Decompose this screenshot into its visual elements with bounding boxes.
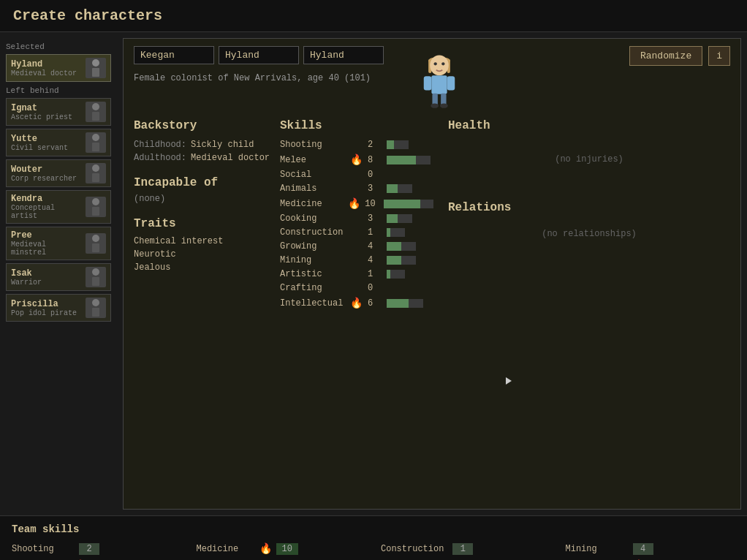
skill-name: Medicine [280, 199, 344, 209]
backstory-column: Backstory Childhood: Sickly child Adulth… [134, 119, 280, 502]
svg-point-6 [92, 164, 99, 172]
skill-row: Medicine 🔥 10 [280, 197, 433, 210]
passion-icon: 🔥 [350, 154, 363, 166]
skill-row: Growing 4 [280, 241, 433, 251]
svg-point-20 [434, 62, 437, 65]
team-skills-grid: Shooting 2 Medicine 🔥 10 Construction 1 … [12, 542, 735, 560]
skill-bar-bg [387, 242, 416, 251]
svg-rect-15 [92, 308, 99, 317]
char-role: Corp researcher [11, 175, 83, 183]
skill-value: 1 [368, 227, 382, 238]
char-description: Female colonist of New Arrivals, age 40 … [134, 73, 395, 83]
avatar [86, 102, 106, 122]
skill-value: 10 [365, 199, 379, 209]
skills-title: Skills [280, 119, 433, 132]
skill-bar-bg [387, 299, 423, 308]
left-behind-pree[interactable]: Pree Medieval minstrel [6, 227, 111, 260]
last-name-input[interactable] [219, 46, 299, 64]
skill-name: Social [280, 170, 346, 180]
svg-rect-11 [92, 243, 99, 252]
skill-bar-fill [387, 242, 401, 251]
skill-row: Cooking 3 [280, 213, 433, 224]
skill-bar-fill [387, 156, 416, 164]
skill-name: Artistic [280, 269, 346, 279]
trait-jealous: Jealous [134, 262, 273, 273]
svg-rect-22 [431, 75, 447, 94]
adulthood-value: Medieval doctor [191, 153, 270, 163]
nick-name-input[interactable] [303, 46, 384, 64]
skill-value: 2 [368, 140, 382, 150]
svg-rect-5 [92, 143, 99, 151]
skill-name: Melee [280, 155, 346, 165]
randomize-area: Randomize i [629, 46, 730, 66]
sidebar: Selected Hyland Medieval doctor Left beh… [0, 32, 117, 515]
skill-row: Artistic 1 [280, 269, 433, 279]
svg-rect-13 [92, 277, 99, 286]
first-name-input[interactable] [134, 46, 214, 64]
left-behind-yutte[interactable]: Yutte Civil servant [6, 129, 111, 156]
skill-row: Construction 1 [280, 227, 433, 238]
avatar [86, 233, 106, 254]
team-skill-item: Construction 1 [381, 542, 551, 555]
skill-row: Animals 3 [280, 183, 433, 194]
left-behind-ignat[interactable]: Ignat Ascetic priest [6, 98, 111, 126]
skill-bar-fill [387, 228, 390, 237]
skills-list: Shooting 2 Melee 🔥 8 Social 0 Animals 3 … [280, 140, 433, 309]
skill-name: Intellectual [280, 298, 346, 309]
skill-name: Mining [280, 255, 346, 265]
char-name: Priscilla [11, 299, 83, 309]
team-skill-name: Construction [381, 544, 444, 554]
skill-name: Crafting [280, 283, 346, 293]
skill-value: 6 [368, 298, 382, 309]
skill-bar-bg [387, 156, 431, 164]
skill-value: 3 [368, 213, 382, 224]
incapable-title: Incapable of [134, 176, 273, 189]
svg-point-14 [92, 299, 99, 306]
left-behind-priscilla[interactable]: Priscilla Pop idol pirate [6, 294, 111, 322]
info-button[interactable]: i [708, 46, 730, 66]
childhood-row: Childhood: Sickly child [134, 140, 273, 150]
avatar [86, 132, 106, 153]
backstory-title: Backstory [134, 119, 273, 132]
skills-column: Skills Shooting 2 Melee 🔥 8 Social 0 Ani… [280, 119, 441, 502]
svg-point-4 [92, 134, 99, 141]
char-role: Medieval doctor [11, 69, 83, 77]
no-relations: (no relationships) [448, 229, 730, 239]
skill-name: Construction [280, 227, 346, 238]
team-skill-name: Shooting [12, 544, 70, 554]
char-name: Wouter [11, 164, 83, 175]
childhood-value: Sickly child [191, 140, 254, 150]
page-title: Create characters [13, 7, 734, 24]
trait-chemical: Chemical interest [134, 236, 273, 246]
char-role: Civil servant [11, 144, 83, 152]
left-behind-isak[interactable]: Isak Warrior [6, 263, 111, 291]
char-role: Ascetic priest [11, 113, 83, 121]
avatar [86, 163, 106, 183]
skill-value: 4 [368, 255, 382, 265]
skill-bar-bg [387, 228, 405, 237]
skill-value: 1 [368, 269, 382, 279]
svg-rect-23 [424, 76, 432, 90]
skill-bar-bg [387, 184, 412, 193]
svg-point-28 [440, 103, 448, 107]
svg-point-12 [92, 268, 99, 276]
skill-bar-bg [387, 140, 409, 149]
skill-value: 0 [368, 170, 382, 180]
skill-bar-bg [384, 200, 433, 208]
incapable-value: (none) [134, 194, 273, 204]
svg-point-8 [92, 198, 99, 205]
randomize-button[interactable]: Randomize [629, 46, 702, 66]
svg-rect-9 [92, 207, 99, 216]
char-name: Yutte [11, 134, 83, 144]
trait-neurotic: Neurotic [134, 249, 273, 260]
svg-point-21 [441, 62, 444, 65]
team-skills-bar: Team skills Shooting 2 Medicine 🔥 10 Con… [0, 515, 747, 560]
passion-icon: 🔥 [350, 297, 363, 309]
left-behind-kendra[interactable]: Kendra Conceptual artist [6, 190, 111, 224]
skill-bar-bg [387, 270, 405, 279]
skill-name: Animals [280, 183, 346, 194]
selected-char-hyland[interactable]: Hyland Medieval doctor [6, 54, 111, 82]
char-name: Kendra [11, 194, 83, 204]
left-behind-wouter[interactable]: Wouter Corp researcher [6, 159, 111, 187]
skill-bar-fill [387, 270, 390, 279]
